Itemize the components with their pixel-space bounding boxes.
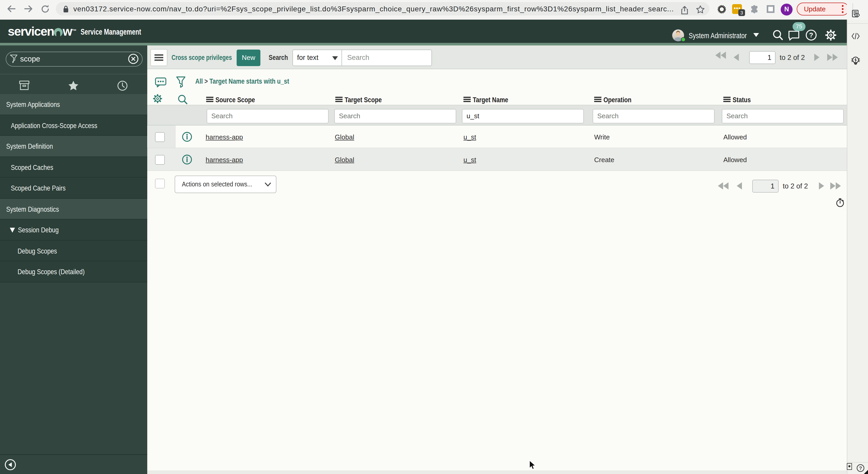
svg-text:?: ?: [809, 31, 813, 39]
svg-text:?: ?: [859, 466, 862, 471]
